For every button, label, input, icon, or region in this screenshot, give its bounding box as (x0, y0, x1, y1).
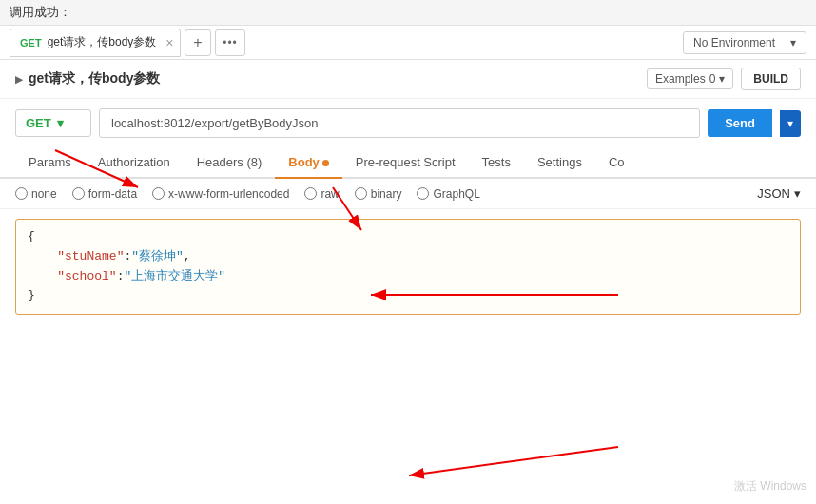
tab-tests[interactable]: Tests (469, 147, 524, 179)
json-line-2: "stuName":"蔡徐坤", (28, 247, 788, 267)
tab-label: get请求，传body参数 (48, 34, 157, 50)
json-selector-label: JSON (757, 186, 790, 201)
tab-body[interactable]: Body (275, 147, 342, 179)
tab-settings[interactable]: Settings (524, 147, 595, 179)
tab-bar: GET get请求，传body参数 × + ••• No Environment… (0, 26, 816, 60)
tab-headers[interactable]: Headers (8) (184, 147, 276, 179)
json-selector[interactable]: JSON ▾ (757, 186, 801, 201)
url-input[interactable] (99, 108, 700, 138)
build-button[interactable]: BUILD (741, 68, 801, 90)
json-selector-chevron-icon: ▾ (794, 186, 801, 201)
tab-pre-request[interactable]: Pre-request Script (342, 147, 469, 179)
main-content: get请求，传body参数 Examples 0 ▾ BUILD GET ▾ S… (0, 60, 816, 504)
env-selector: No Environment ▾ (683, 31, 806, 54)
examples-label: Examples (655, 72, 706, 86)
env-chevron-icon: ▾ (790, 36, 796, 49)
json-line-4: } (28, 286, 788, 306)
radio-form-data[interactable]: form-data (72, 187, 137, 201)
send-button[interactable]: Send (708, 109, 772, 137)
tab-close-button[interactable]: × (165, 35, 173, 50)
radio-urlencoded[interactable]: x-www-form-urlencoded (152, 187, 289, 201)
json-line-1: { (28, 227, 788, 247)
method-selector[interactable]: GET ▾ (15, 109, 91, 137)
method-label: GET (26, 116, 51, 130)
examples-button[interactable]: Examples 0 ▾ (647, 68, 733, 89)
radio-graphql[interactable]: GraphQL (417, 187, 479, 201)
method-chevron-icon: ▾ (57, 116, 64, 130)
watermark: 激活 Windows (734, 478, 806, 494)
tab-co[interactable]: Co (595, 147, 638, 179)
examples-count: 0 (709, 72, 716, 86)
more-tabs-button[interactable]: ••• (215, 29, 245, 56)
json-line-3: "school":"上海市交通大学" (28, 267, 788, 287)
body-type-row: none form-data x-www-form-urlencoded raw… (0, 179, 816, 209)
json-editor[interactable]: { "stuName":"蔡徐坤", "school":"上海市交通大学" } (15, 219, 801, 315)
success-text: 调用成功： (10, 5, 71, 19)
env-label: No Environment (693, 36, 775, 49)
env-dropdown[interactable]: No Environment ▾ (683, 31, 806, 54)
radio-none[interactable]: none (15, 187, 57, 201)
url-bar-row: GET ▾ Send ▾ (0, 99, 816, 147)
tab-authorization[interactable]: Authorization (85, 147, 184, 179)
radio-binary[interactable]: binary (355, 187, 402, 201)
send-dropdown-button[interactable]: ▾ (780, 110, 801, 137)
tab-method-badge: GET (20, 37, 42, 48)
request-tab[interactable]: GET get请求，传body参数 × (10, 29, 181, 57)
examples-area: Examples 0 ▾ BUILD (647, 68, 801, 90)
examples-chevron-icon: ▾ (719, 72, 725, 86)
add-tab-button[interactable]: + (185, 29, 211, 56)
nav-tabs-row: Params Authorization Headers (8) Body Pr… (0, 147, 816, 179)
request-title: get请求，传body参数 (15, 70, 160, 87)
success-bar: 调用成功： (0, 0, 816, 26)
radio-raw[interactable]: raw (304, 187, 339, 201)
send-dropdown-icon: ▾ (787, 117, 793, 130)
tab-params[interactable]: Params (15, 147, 85, 179)
body-dot (322, 160, 329, 166)
request-name-row: get请求，传body参数 Examples 0 ▾ BUILD (0, 60, 816, 99)
